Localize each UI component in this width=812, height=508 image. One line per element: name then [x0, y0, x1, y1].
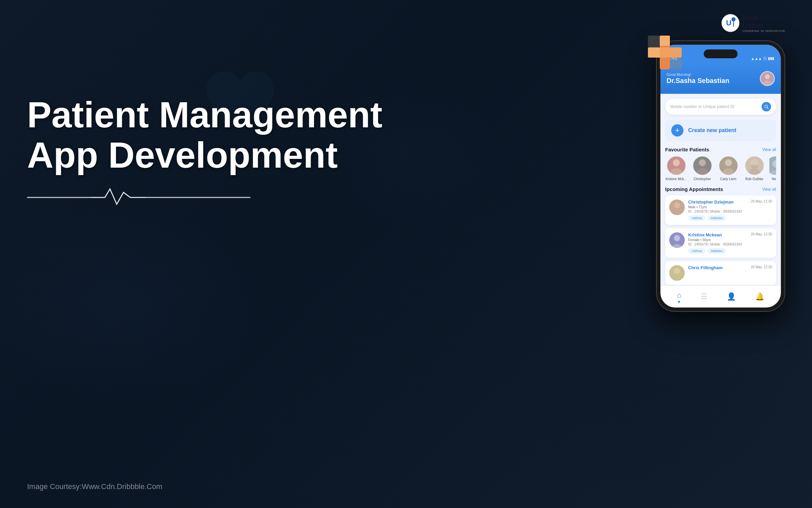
- svg-point-23: [723, 168, 734, 175]
- svg-point-27: [772, 160, 776, 168]
- create-patient-label: Create new patient: [688, 127, 736, 133]
- home-icon: ⌂: [677, 291, 681, 300]
- fav-avatar-2: [693, 156, 712, 175]
- svg-point-28: [770, 170, 776, 175]
- nav-notifications[interactable]: 🔔: [755, 292, 764, 301]
- search-button[interactable]: [762, 102, 771, 111]
- logo-subtitle: USHERING IN INNOVATION: [743, 30, 785, 33]
- fav-name-1: Kristine Mck...: [666, 177, 687, 181]
- fav-patient-5[interactable]: Ne...: [769, 156, 776, 181]
- fav-avatar-3: [719, 156, 738, 175]
- svg-point-34: [672, 277, 682, 281]
- fav-name-5: Ne...: [772, 177, 776, 181]
- appt-date-1: 26 May, 11:30: [751, 199, 772, 203]
- svg-rect-8: [660, 36, 670, 46]
- appt-id-2: ID : 2455678 | Mobile : 9930042343: [688, 242, 772, 246]
- title-line2: App Development: [27, 135, 382, 175]
- svg-rect-9: [648, 47, 660, 58]
- nav-active-indicator: [678, 301, 680, 303]
- appt-content-3: Chris Fillingham 26 May, 12:30: [688, 265, 772, 281]
- title-line1: Patient Management: [27, 95, 382, 135]
- signal-icon: ▲▲▲: [751, 57, 762, 61]
- svg-point-2: [731, 17, 736, 21]
- favourite-section-header: Favourite Patients View all: [665, 147, 776, 152]
- doctor-avatar[interactable]: [760, 71, 775, 86]
- appt-date-3: 26 May, 12:30: [751, 265, 772, 269]
- plus-cross-decoration: [643, 30, 687, 75]
- appt-name-row-2: Kristine Mckean 26 May, 12:30: [688, 232, 772, 237]
- svg-point-19: [671, 168, 682, 175]
- favourite-title: Favourite Patients: [665, 147, 709, 152]
- appt-id-1: ID : 2455678 | Mobile : 9930042343: [688, 210, 772, 213]
- svg-point-30: [672, 211, 682, 215]
- wifi-icon: ⌊⌉: [764, 56, 766, 61]
- appt-avatar-2: [669, 232, 685, 248]
- appt-name-2: Kristine Mckean: [688, 232, 722, 237]
- profile-icon: 👤: [727, 292, 736, 301]
- svg-point-22: [725, 159, 731, 166]
- appt-details-1: Male • 71yrs: [688, 205, 772, 209]
- svg-point-16: [765, 105, 767, 108]
- fav-patient-1[interactable]: Kristine Mck...: [665, 156, 687, 181]
- appointments-section-header: Ipcoming Appointments View all: [665, 186, 776, 192]
- appt-name-1: Christopher Dziejman: [688, 199, 734, 205]
- tag-diabetes-2: Diabetes: [707, 248, 726, 254]
- appointment-card-2[interactable]: Kristine Mckean 26 May, 12:30 Female • 5…: [665, 228, 776, 258]
- svg-line-17: [767, 108, 768, 109]
- svg-point-20: [699, 159, 705, 166]
- fav-patient-2[interactable]: Christopher: [691, 156, 713, 181]
- appt-avatar-1: [669, 199, 685, 215]
- bottom-nav: ⌂ ☰ 👤 🔔: [660, 285, 781, 308]
- logo-usher: Usher: [743, 22, 785, 30]
- tag-diabetes-1: Diabetes: [707, 215, 726, 221]
- fav-avatar-1: [667, 156, 686, 175]
- nav-profile[interactable]: 👤: [727, 292, 736, 301]
- battery-icon: ▮▮▮: [768, 56, 774, 61]
- nav-menu[interactable]: ☰: [701, 292, 707, 301]
- fav-name-4: Rob Guthke: [745, 177, 763, 181]
- image-courtesy: Image Courtesy:Www.Cdn.Dribbble.Com: [27, 482, 162, 491]
- logo-text: Idea Usher USHERING IN INNOVATION: [743, 14, 785, 33]
- fav-avatar-4: [745, 156, 764, 175]
- bell-icon: 🔔: [755, 292, 764, 301]
- svg-point-29: [674, 202, 680, 208]
- fav-patient-4[interactable]: Rob Guthke: [743, 156, 765, 181]
- fav-avatar-5: [769, 156, 776, 175]
- appt-tags-1: Asthma Diabetes: [688, 215, 772, 221]
- search-placeholder: Mobile number or Unique patient ID: [670, 104, 758, 109]
- dynamic-island: [704, 49, 738, 58]
- svg-rect-11: [648, 36, 660, 47]
- svg-text:U: U: [726, 19, 731, 27]
- nav-home[interactable]: ⌂: [677, 291, 681, 303]
- svg-point-33: [674, 268, 680, 274]
- svg-point-14: [765, 74, 770, 79]
- phone-mockup: 9:41 ▲▲▲ ⌊⌉ ▮▮▮ Good Morning! Dr.Sasha S…: [656, 41, 785, 312]
- appt-details-2: Female • 56yrs: [688, 238, 772, 242]
- create-patient-button[interactable]: + Create new patient: [665, 120, 776, 141]
- fav-name-2: Christopher: [694, 177, 711, 181]
- favourite-view-all[interactable]: View all: [762, 147, 776, 152]
- appt-name-row-1: Christopher Dziejman 26 May, 11:30: [688, 199, 772, 205]
- phone-body: Mobile number or Unique patient ID + Cre…: [660, 94, 781, 285]
- phone-outer: 9:41 ▲▲▲ ⌊⌉ ▮▮▮ Good Morning! Dr.Sasha S…: [656, 41, 785, 312]
- logo-idea: Idea: [743, 14, 785, 22]
- menu-icon: ☰: [701, 292, 707, 301]
- fav-patient-3[interactable]: Carly Liem: [717, 156, 739, 181]
- appointments-view-all[interactable]: View all: [762, 187, 776, 192]
- appointment-card-3[interactable]: Chris Fillingham 26 May, 12:30: [665, 261, 776, 285]
- logo-container: U Idea Usher USHERING IN INNOVATION: [721, 14, 785, 33]
- appt-avatar-3: [669, 265, 685, 281]
- svg-point-25: [749, 168, 760, 175]
- svg-point-31: [674, 235, 680, 241]
- svg-point-32: [672, 244, 682, 248]
- appt-content-1: Christopher Dziejman 26 May, 11:30 Male …: [688, 199, 772, 221]
- appointment-card-1[interactable]: Christopher Dziejman 26 May, 11:30 Male …: [665, 195, 776, 225]
- svg-rect-12: [670, 58, 682, 69]
- appt-name-row-3: Chris Fillingham 26 May, 12:30: [688, 265, 772, 270]
- favourite-patients-list: Kristine Mck... Christopher: [665, 156, 776, 181]
- svg-point-21: [697, 168, 708, 175]
- fav-name-3: Carly Liem: [720, 177, 737, 181]
- search-bar[interactable]: Mobile number or Unique patient ID: [665, 99, 776, 115]
- appt-name-3: Chris Fillingham: [688, 265, 723, 270]
- plus-icon: +: [671, 124, 683, 136]
